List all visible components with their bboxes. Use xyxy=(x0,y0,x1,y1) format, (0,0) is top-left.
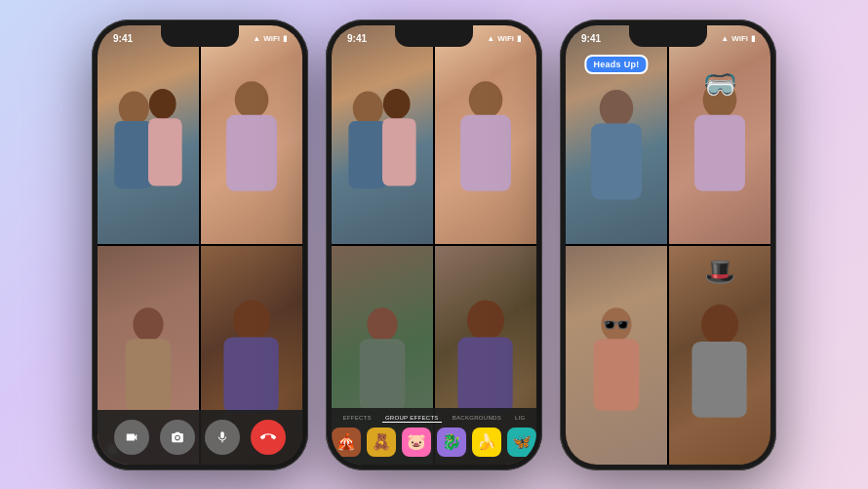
glasses-filter: 🕶️ xyxy=(602,311,631,339)
svg-rect-27 xyxy=(691,342,746,418)
effect-icon-4[interactable]: 🐉 xyxy=(437,428,466,457)
svg-rect-12 xyxy=(348,121,386,188)
phone-2: 9:41 ▲ WiFi ▮ xyxy=(326,20,542,470)
group-effects-tab[interactable]: GROUP EFFECTS xyxy=(382,414,442,423)
end-call-button[interactable] xyxy=(251,420,286,455)
signal-icon-3: ▲ xyxy=(721,34,729,43)
video-cell-2-tl xyxy=(332,25,433,244)
phone-2-notch xyxy=(395,25,473,47)
lighting-tab[interactable]: LIG xyxy=(512,414,529,423)
effect-icon-5[interactable]: 🍌 xyxy=(472,428,501,457)
person-silhouette-tl xyxy=(98,58,199,243)
phone-1-time: 9:41 xyxy=(113,33,133,44)
effect-icon-1[interactable]: 🎪 xyxy=(332,428,361,457)
video-cell-3-tl: Heads Up! xyxy=(566,25,667,244)
camera-button[interactable] xyxy=(114,420,149,455)
effects-tab[interactable]: EFFECTS xyxy=(339,414,374,423)
phone-1: 9:41 ▲ WiFi ▮ xyxy=(92,20,308,470)
svg-point-4 xyxy=(235,81,269,118)
svg-rect-13 xyxy=(382,118,416,185)
svg-point-0 xyxy=(119,92,149,126)
phone-1-notch xyxy=(161,25,239,47)
svg-rect-23 xyxy=(694,115,745,191)
svg-rect-7 xyxy=(126,339,172,411)
phone-3-notch xyxy=(629,25,707,47)
app-container: 9:41 ▲ WiFi ▮ xyxy=(92,20,776,470)
effect-icon-3[interactable]: 🐷 xyxy=(402,428,431,457)
phone-3-screen: 9:41 ▲ WiFi ▮ Heads Up! xyxy=(566,25,770,465)
svg-rect-25 xyxy=(594,339,640,411)
signal-icon-2: ▲ xyxy=(487,34,494,43)
hat-filter: 🎩 xyxy=(704,257,735,287)
phone-1-status-icons: ▲ WiFi ▮ xyxy=(253,34,287,43)
battery-icon-3: ▮ xyxy=(751,34,755,43)
signal-icon: ▲ xyxy=(253,34,260,43)
video-cell-tr xyxy=(201,25,302,244)
effect-icon-6[interactable]: 🦋 xyxy=(507,428,536,457)
svg-point-20 xyxy=(600,90,634,127)
svg-rect-15 xyxy=(460,115,511,191)
wifi-icon-3: WiFi xyxy=(731,34,748,43)
phone-3: 9:41 ▲ WiFi ▮ Heads Up! xyxy=(560,20,776,470)
mic-button[interactable] xyxy=(205,420,240,455)
flip-button[interactable] xyxy=(160,420,195,455)
svg-point-6 xyxy=(133,307,163,342)
svg-rect-17 xyxy=(360,339,406,411)
phone-2-video-grid xyxy=(332,25,536,465)
video-cell-3-tr: 🥽 xyxy=(669,25,770,244)
phone-1-control-bar xyxy=(98,410,302,465)
video-cell-3-br: 🎩 xyxy=(669,246,770,465)
svg-rect-5 xyxy=(226,115,277,191)
heads-up-badge: Heads Up! xyxy=(584,55,648,74)
phone-2-screen: 9:41 ▲ WiFi ▮ xyxy=(332,25,536,465)
svg-rect-2 xyxy=(114,121,152,188)
phone-2-effect-menu[interactable]: EFFECTS GROUP EFFECTS BACKGROUNDS LIG 🎪 … xyxy=(332,408,536,465)
phone-1-video-grid xyxy=(98,25,302,465)
phone-2-status-icons: ▲ WiFi ▮ xyxy=(487,34,521,43)
svg-point-10 xyxy=(353,92,383,126)
phone-3-time: 9:41 xyxy=(581,33,601,44)
phone-2-time: 9:41 xyxy=(347,33,367,44)
video-cell-tl xyxy=(98,25,199,244)
svg-point-16 xyxy=(367,307,397,342)
backgrounds-tab[interactable]: BACKGROUNDS xyxy=(450,414,504,423)
phone-3-status-icons: ▲ WiFi ▮ xyxy=(721,34,755,43)
svg-point-14 xyxy=(469,81,503,118)
video-cell-2-tr xyxy=(435,25,536,244)
battery-icon: ▮ xyxy=(283,34,287,43)
svg-rect-19 xyxy=(457,338,512,414)
phone-3-video-grid: Heads Up! 🥽 🕶️ xyxy=(566,25,770,465)
person-silhouette-tr xyxy=(201,58,302,243)
svg-rect-9 xyxy=(223,338,278,414)
battery-icon-2: ▮ xyxy=(517,34,521,43)
svg-rect-21 xyxy=(591,124,642,200)
svg-rect-3 xyxy=(148,118,182,185)
svg-point-26 xyxy=(701,305,738,346)
wifi-icon: WiFi xyxy=(263,34,280,43)
svg-point-11 xyxy=(383,89,411,119)
snorkel-filter: 🥽 xyxy=(703,68,737,101)
svg-point-18 xyxy=(467,301,504,342)
svg-point-8 xyxy=(233,301,270,342)
phone-1-screen: 9:41 ▲ WiFi ▮ xyxy=(98,25,302,465)
video-cell-3-bl: 🕶️ xyxy=(566,246,667,465)
svg-point-1 xyxy=(149,89,177,119)
effect-icons-row: 🎪 🧸 🐷 🐉 🍌 🦋 xyxy=(335,428,533,457)
effect-tabs-row: EFFECTS GROUP EFFECTS BACKGROUNDS LIG xyxy=(335,414,533,423)
effect-icon-2[interactable]: 🧸 xyxy=(367,428,396,457)
wifi-icon-2: WiFi xyxy=(497,34,514,43)
